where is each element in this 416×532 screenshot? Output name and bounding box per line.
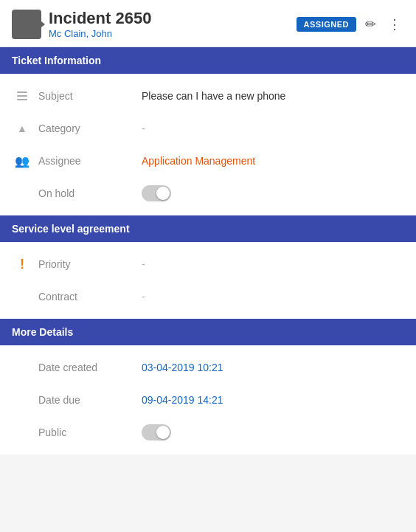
on-hold-row: On hold — [0, 177, 416, 210]
date-due-value: 09-04-2019 14:21 — [142, 394, 404, 406]
more-details-header: More Details — [0, 319, 416, 345]
sla-body: ! Priority - Contract - — [0, 242, 416, 319]
category-icon: ▲ — [12, 122, 32, 134]
header-right: ASSIGNED ✏ ⋮ — [297, 13, 404, 35]
priority-row: ! Priority - — [0, 248, 416, 280]
public-toggle[interactable] — [142, 424, 171, 441]
header-left: Incident 2650 Mc Clain, John — [12, 9, 151, 39]
sla-header: Service level agreement — [0, 215, 416, 242]
on-hold-label: On hold — [38, 187, 142, 199]
ticket-info-header: Ticket Information — [0, 47, 416, 74]
subject-value: Please can I have a new phone — [142, 90, 404, 102]
assignee-label: Assignee — [38, 155, 142, 167]
incident-title: Incident 2650 — [49, 9, 151, 28]
main-scroll[interactable]: Ticket Information Subject Please can I … — [0, 47, 416, 505]
category-label: Category — [38, 122, 142, 134]
priority-label: Priority — [38, 258, 142, 270]
date-created-label: Date created — [38, 362, 142, 373]
date-created-row: Date created 03-04-2019 10:21 — [0, 351, 416, 384]
public-label: Public — [38, 426, 142, 438]
assignee-row: 👥 Assignee Application Management — [0, 145, 416, 177]
category-value: - — [142, 122, 404, 134]
more-options-button[interactable]: ⋮ — [385, 13, 404, 35]
contract-value: - — [142, 291, 404, 303]
subject-icon — [12, 91, 32, 100]
assignee-value: Application Management — [142, 155, 404, 167]
page-container: Incident 2650 Mc Clain, John ASSIGNED ✏ … — [0, 0, 416, 532]
subject-label: Subject — [38, 90, 142, 102]
header: Incident 2650 Mc Clain, John ASSIGNED ✏ … — [0, 0, 416, 47]
edit-button[interactable]: ✏ — [362, 13, 379, 35]
priority-icon: ! — [12, 257, 32, 272]
date-created-value: 03-04-2019 10:21 — [142, 362, 404, 373]
header-title-block: Incident 2650 Mc Clain, John — [49, 9, 151, 39]
ticket-info-body: Subject Please can I have a new phone ▲ … — [0, 74, 416, 215]
contract-row: Contract - — [0, 280, 416, 313]
priority-value: - — [142, 258, 404, 270]
date-due-label: Date due — [38, 394, 142, 406]
status-badge: ASSIGNED — [297, 17, 356, 32]
bottom-spacer — [0, 455, 416, 484]
contract-label: Contract — [38, 291, 142, 303]
assignee-icon: 👥 — [12, 154, 32, 168]
category-row: ▲ Category - — [0, 112, 416, 145]
date-due-row: Date due 09-04-2019 14:21 — [0, 384, 416, 416]
on-hold-toggle[interactable] — [142, 185, 171, 201]
incident-owner: Mc Clain, John — [49, 28, 151, 39]
more-details-body: Date created 03-04-2019 10:21 Date due 0… — [0, 345, 416, 455]
subject-row: Subject Please can I have a new phone — [0, 80, 416, 112]
lines-icon — [17, 91, 27, 100]
public-row: Public — [0, 416, 416, 449]
incident-icon — [12, 10, 41, 39]
